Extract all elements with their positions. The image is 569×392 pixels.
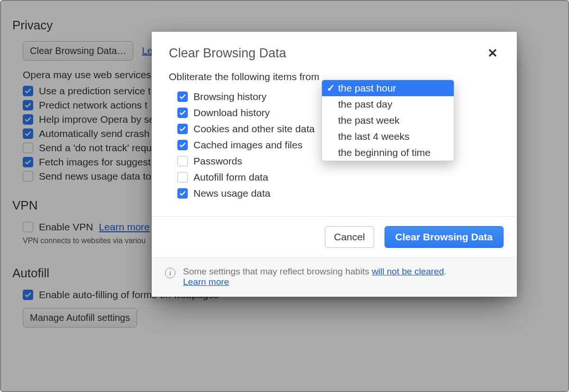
time-range-option[interactable]: the beginning of time bbox=[322, 145, 454, 161]
dialog-option-label: Download history bbox=[193, 107, 270, 119]
checkbox[interactable] bbox=[177, 108, 188, 118]
dialog-option-label: Passwords bbox=[193, 155, 242, 167]
dialog-option-label: News usage data bbox=[193, 188, 270, 199]
dialog-option-label: Cookies and other site data bbox=[193, 123, 315, 135]
checkbox[interactable] bbox=[177, 140, 188, 150]
info-icon: i bbox=[165, 268, 175, 278]
checkbox[interactable] bbox=[177, 124, 188, 134]
checkbox[interactable] bbox=[177, 156, 188, 166]
time-range-dropdown[interactable]: the past hourthe past daythe past weekth… bbox=[321, 80, 454, 161]
time-range-option[interactable]: the last 4 weeks bbox=[322, 128, 454, 145]
checkbox[interactable] bbox=[177, 91, 188, 102]
obliterate-label: Obliterate the following items from bbox=[169, 71, 319, 82]
close-icon[interactable]: ✕ bbox=[486, 46, 500, 60]
checkbox[interactable] bbox=[177, 188, 188, 199]
viewport: Privacy Clear Browsing Data… Le Opera ma… bbox=[0, 0, 569, 392]
will-not-be-cleared-link[interactable]: will not be cleared bbox=[372, 266, 444, 276]
time-range-option[interactable]: the past day bbox=[322, 96, 454, 112]
clear-browsing-data-confirm-button[interactable]: Clear Browsing Data bbox=[385, 226, 504, 248]
dialog-option: Autofill form data bbox=[177, 172, 500, 183]
time-range-option[interactable]: the past hour bbox=[322, 80, 454, 96]
checkbox[interactable] bbox=[177, 172, 188, 182]
clear-browsing-data-dialog: Clear Browsing Data ✕ Obliterate the fol… bbox=[152, 32, 517, 297]
footer-learn-more-link[interactable]: Learn more bbox=[183, 277, 229, 287]
time-range-option[interactable]: the past week bbox=[322, 112, 454, 128]
cancel-button[interactable]: Cancel bbox=[325, 226, 374, 248]
dialog-option-label: Autofill form data bbox=[193, 172, 268, 183]
dialog-option-label: Browsing history bbox=[193, 91, 266, 102]
dialog-title: Clear Browsing Data bbox=[169, 46, 286, 61]
dialog-option-label: Cached images and files bbox=[193, 139, 303, 151]
dialog-footer-text: Some settings that may reflect browsing … bbox=[183, 266, 447, 287]
dialog-option: News usage data bbox=[177, 188, 500, 199]
